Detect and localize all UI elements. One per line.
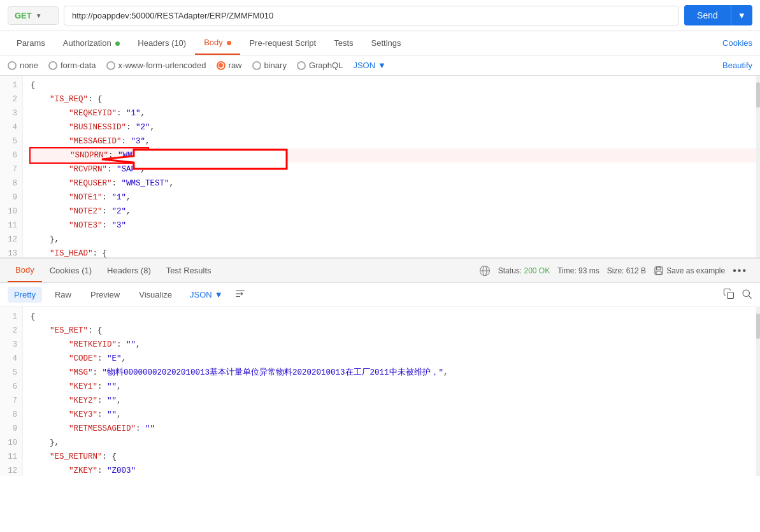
response-format-row: Pretty Raw Preview Visualize JSON ▼ [0, 283, 760, 307]
response-section: Body Cookies (1) Headers (8) Test Result… [0, 257, 760, 283]
copy-icon[interactable] [723, 288, 735, 301]
radio-graphql[interactable]: GraphQL [297, 61, 343, 70]
svg-rect-5 [657, 267, 661, 270]
json-chevron-icon: ▼ [378, 61, 386, 70]
globe-icon [479, 265, 491, 277]
send-button-wrapper: Send ▼ [684, 5, 752, 25]
tab-body[interactable]: Body [195, 31, 240, 55]
radio-form-data-circle [48, 61, 57, 70]
radio-urlencoded[interactable]: x-www-form-urlencoded [106, 61, 206, 70]
radio-binary[interactable]: binary [252, 61, 287, 70]
beautify-button[interactable]: Beautify [722, 61, 752, 70]
format-preview[interactable]: Preview [84, 287, 126, 303]
wrap-lines-icon[interactable] [234, 288, 246, 301]
json-selector[interactable]: JSON ▼ [353, 61, 386, 70]
response-scrollbar-thumb [756, 313, 760, 339]
response-tab-body[interactable]: Body [8, 259, 42, 282]
auth-dot [115, 41, 120, 46]
tab-tests[interactable]: Tests [325, 32, 362, 54]
radio-form-data[interactable]: form-data [48, 61, 96, 70]
radio-raw-circle [217, 61, 226, 70]
response-tab-headers[interactable]: Headers (8) [99, 259, 159, 282]
send-arrow-button[interactable]: ▼ [731, 5, 752, 25]
response-code-area: 123456789101112 { "ES_RET": { "RETKEYID"… [0, 307, 760, 476]
method-chevron-icon: ▼ [36, 12, 42, 19]
radio-none[interactable]: none [8, 61, 38, 70]
tab-authorization[interactable]: Authorization [54, 32, 129, 54]
cookies-link[interactable]: Cookies [722, 38, 752, 48]
response-code-content[interactable]: { "ES_RET": { "RETKEYID": "", "CODE": "E… [23, 307, 756, 476]
tab-settings[interactable]: Settings [362, 32, 410, 54]
search-icon[interactable] [741, 288, 752, 301]
method-dropdown[interactable]: GET ▼ [8, 6, 59, 25]
format-visualize[interactable]: Visualize [133, 287, 178, 303]
response-line-numbers: 123456789101112 [0, 307, 23, 476]
response-status-bar: Status: 200 OK Time: 93 ms Size: 612 B S… [479, 265, 752, 277]
response-vertical-scrollbar[interactable] [756, 307, 760, 476]
svg-line-12 [749, 296, 751, 298]
save-example-button[interactable]: Save as example [654, 266, 725, 276]
method-label: GET [15, 11, 32, 20]
svg-rect-6 [656, 271, 661, 274]
response-tabs-row: Body Cookies (1) Headers (8) Test Result… [0, 259, 760, 282]
vertical-scrollbar[interactable] [756, 76, 760, 257]
radio-raw[interactable]: raw [217, 61, 242, 70]
format-raw[interactable]: Raw [48, 287, 78, 303]
body-type-row: none form-data x-www-form-urlencoded raw… [0, 55, 760, 76]
request-tabs: Params Authorization Headers (10) Body P… [0, 31, 760, 55]
send-button[interactable]: Send [684, 5, 731, 25]
radio-binary-circle [252, 61, 261, 70]
response-tab-testresults[interactable]: Test Results [159, 259, 219, 282]
response-editor: 123456789101112 { "ES_RET": { "RETKEYID"… [0, 307, 760, 476]
svg-rect-10 [728, 292, 734, 299]
top-bar: GET ▼ Send ▼ [0, 0, 760, 31]
status-text: Status: 200 OK [498, 266, 550, 275]
radio-urlencoded-circle [106, 61, 115, 70]
url-input[interactable] [64, 6, 679, 25]
response-json-chevron-icon: ▼ [215, 290, 223, 299]
tab-headers[interactable]: Headers (10) [129, 32, 195, 54]
body-dot [227, 41, 231, 45]
code-area: 12345678910111213 { "IS_REQ": { "REQKEYI… [0, 76, 760, 257]
response-json-selector[interactable]: JSON ▼ [190, 290, 223, 299]
radio-none-circle [8, 61, 17, 70]
request-editor: 12345678910111213 { "IS_REQ": { "REQKEYI… [0, 76, 760, 257]
size-text: Size: 612 B [607, 266, 646, 275]
svg-point-11 [743, 290, 750, 297]
save-icon [654, 266, 664, 276]
format-pretty[interactable]: Pretty [8, 287, 42, 303]
tab-prerequest[interactable]: Pre-request Script [240, 32, 325, 54]
more-options-button[interactable]: ••• [733, 265, 747, 277]
code-content[interactable]: { "IS_REQ": { "REQKEYID": "1", "BUSINESS… [23, 76, 756, 257]
response-tab-cookies[interactable]: Cookies (1) [42, 259, 99, 282]
tab-params[interactable]: Params [8, 32, 54, 54]
line-numbers: 12345678910111213 [0, 76, 23, 257]
time-text: Time: 93 ms [557, 266, 599, 275]
radio-graphql-circle [297, 61, 306, 70]
scrollbar-thumb [756, 82, 760, 108]
